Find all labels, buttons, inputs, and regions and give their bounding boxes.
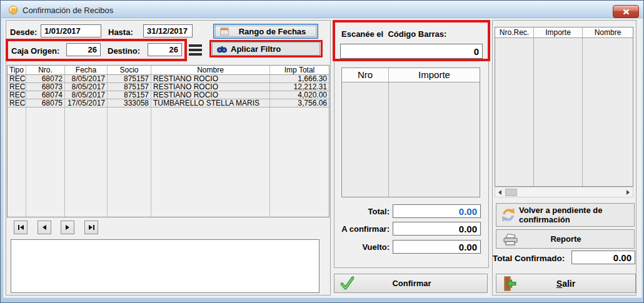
hasta-input[interactable] bbox=[143, 24, 193, 37]
scan-col-nro[interactable]: Nro bbox=[342, 68, 389, 82]
confirmed-table: Nro.Rec. Importe Nombre bbox=[495, 27, 633, 187]
cell-nombre: TUMBARELLO STELLA MARIS bbox=[151, 99, 270, 107]
menu-icon[interactable] bbox=[189, 44, 202, 57]
cell-tipo: RECO bbox=[8, 99, 26, 107]
cell-fecha: 17/05/2017 bbox=[65, 99, 108, 107]
binoculars-icon bbox=[217, 45, 227, 53]
last-record-icon bbox=[89, 225, 93, 230]
scan-col-importe[interactable]: Importe bbox=[389, 68, 480, 82]
destino-label: Destino: bbox=[108, 46, 140, 56]
reporte-button[interactable]: Reporte bbox=[496, 229, 635, 249]
destino-input[interactable] bbox=[148, 43, 182, 56]
a-confirmar-label: A confirmar: bbox=[314, 224, 390, 234]
volver-pendiente-button[interactable]: Volver a pendiente de confirmación bbox=[496, 203, 635, 227]
cell-tipo: RECO bbox=[8, 83, 26, 91]
col-header-socio[interactable]: Socio bbox=[108, 66, 151, 74]
nav-last-button[interactable] bbox=[84, 221, 98, 234]
cell-socio: 875157 bbox=[108, 75, 151, 82]
close-button[interactable] bbox=[613, 5, 639, 18]
cell-imp-total: 12,212.31 bbox=[270, 83, 329, 91]
cell-nombre: RESTIANO ROCIO bbox=[151, 75, 270, 82]
conf-col-nombre[interactable]: Nombre bbox=[583, 27, 633, 37]
confirmar-label: Confirmar bbox=[355, 279, 468, 288]
checkmark-icon bbox=[340, 276, 355, 291]
confirmar-button[interactable]: Confirmar bbox=[334, 274, 488, 293]
salir-label: Salir bbox=[518, 279, 614, 289]
col-header-nombre[interactable]: Nombre bbox=[151, 66, 270, 74]
reporte-label: Reporte bbox=[519, 234, 613, 244]
calendar-icon bbox=[220, 27, 229, 36]
cell-fecha: 8/05/2017 bbox=[65, 83, 108, 91]
conf-col-importe[interactable]: Importe bbox=[534, 27, 583, 37]
col-header-imp-total[interactable]: Imp Total bbox=[270, 66, 329, 74]
cell-socio: 333058 bbox=[108, 99, 151, 107]
rango-de-fechas-label: Rango de Fechas bbox=[229, 27, 315, 36]
table-row[interactable]: RECO 68072 8/05/2017 875157 RESTIANO ROC… bbox=[8, 75, 329, 83]
aplicar-filtro-label: Aplicar Filtro bbox=[227, 44, 319, 54]
cell-socio: 875157 bbox=[108, 91, 151, 99]
exit-door-icon bbox=[501, 276, 518, 292]
cell-tipo: RECO bbox=[8, 91, 26, 99]
barcode-input[interactable] bbox=[340, 44, 483, 59]
nav-next-button[interactable] bbox=[61, 221, 74, 234]
scrollbar-thumb[interactable] bbox=[505, 189, 517, 196]
table-row[interactable]: RECO 68073 8/05/2017 875157 RESTIANO ROC… bbox=[8, 83, 329, 91]
scan-table-empty-area bbox=[342, 82, 480, 197]
vuelto-input[interactable] bbox=[393, 240, 481, 254]
cell-nro: 68074 bbox=[26, 91, 65, 99]
scroll-left-icon[interactable] bbox=[498, 190, 501, 195]
cell-nro: 68072 bbox=[26, 75, 65, 82]
scroll-right-icon[interactable] bbox=[626, 190, 630, 195]
app-icon bbox=[8, 5, 18, 15]
vuelto-label: Vuelto: bbox=[314, 242, 390, 252]
total-confirmado-label: Total Confirmado: bbox=[493, 254, 565, 263]
cell-fecha: 8/05/2017 bbox=[65, 75, 108, 82]
total-confirmado-input[interactable] bbox=[571, 251, 635, 264]
caja-origen-input[interactable] bbox=[66, 43, 101, 56]
desde-input[interactable] bbox=[41, 24, 101, 37]
title-bar[interactable]: Confirmación de Recibos bbox=[1, 1, 644, 18]
table-empty-area bbox=[8, 107, 329, 217]
col-header-fecha[interactable]: Fecha bbox=[65, 66, 108, 74]
refresh-icon bbox=[500, 207, 516, 223]
table-row[interactable]: RECO 68074 8/05/2017 875157 RESTIANO ROC… bbox=[8, 91, 329, 99]
cell-imp-total: 3,756.06 bbox=[270, 99, 329, 107]
aplicar-filtro-button[interactable]: Aplicar Filtro bbox=[212, 42, 320, 56]
horizontal-scrollbar[interactable] bbox=[495, 187, 633, 197]
receipts-table: Tipo Nro. Fecha Socio Nombre Imp Total R… bbox=[7, 65, 330, 217]
col-header-nro[interactable]: Nro. bbox=[26, 66, 65, 74]
total-label: Total: bbox=[314, 207, 390, 216]
salir-button[interactable]: Salir bbox=[496, 274, 636, 293]
cell-imp-total: 4,020.00 bbox=[270, 91, 329, 99]
cell-tipo: RECO bbox=[8, 75, 26, 82]
next-record-icon bbox=[66, 225, 69, 230]
printer-icon bbox=[503, 232, 519, 246]
col-header-tipo[interactable]: Tipo bbox=[8, 66, 26, 74]
cell-socio: 875157 bbox=[108, 83, 151, 91]
cell-fecha: 8/05/2017 bbox=[65, 91, 108, 99]
prev-record-icon bbox=[43, 225, 46, 230]
conf-col-nro-rec[interactable]: Nro.Rec. bbox=[495, 27, 534, 37]
nav-prev-button[interactable] bbox=[38, 221, 51, 234]
cell-imp-total: 1,666.30 bbox=[270, 75, 329, 82]
cell-nro: 68075 bbox=[26, 99, 65, 107]
total-input[interactable] bbox=[393, 204, 481, 218]
cell-nro: 68073 bbox=[26, 83, 65, 91]
receipts-table-header[interactable]: Tipo Nro. Fecha Socio Nombre Imp Total bbox=[8, 66, 329, 75]
nav-first-button[interactable] bbox=[14, 221, 28, 234]
first-record-icon bbox=[18, 225, 19, 230]
table-row[interactable]: RECO 68075 17/05/2017 333058 TUMBARELLO … bbox=[8, 99, 329, 107]
a-confirmar-input[interactable] bbox=[393, 222, 481, 236]
dialog-window: Confirmación de Recibos Desde: Hasta: Ra… bbox=[0, 0, 644, 303]
rango-de-fechas-button[interactable]: Rango de Fechas bbox=[213, 24, 318, 39]
scanned-items-table: Nro Importe bbox=[341, 67, 480, 197]
volver-pendiente-label: Volver a pendiente de confirmación bbox=[516, 206, 634, 224]
hasta-label: Hasta: bbox=[108, 27, 133, 37]
cell-nombre: RESTIANO ROCIO bbox=[151, 91, 270, 99]
barcode-label: Escanée el Código Barras: bbox=[341, 29, 446, 39]
desde-label: Desde: bbox=[10, 27, 37, 37]
confirmed-table-empty-area bbox=[495, 38, 633, 186]
notes-textarea[interactable] bbox=[11, 239, 319, 293]
close-icon bbox=[623, 6, 630, 17]
cell-nombre: RESTIANO ROCIO bbox=[151, 83, 270, 91]
